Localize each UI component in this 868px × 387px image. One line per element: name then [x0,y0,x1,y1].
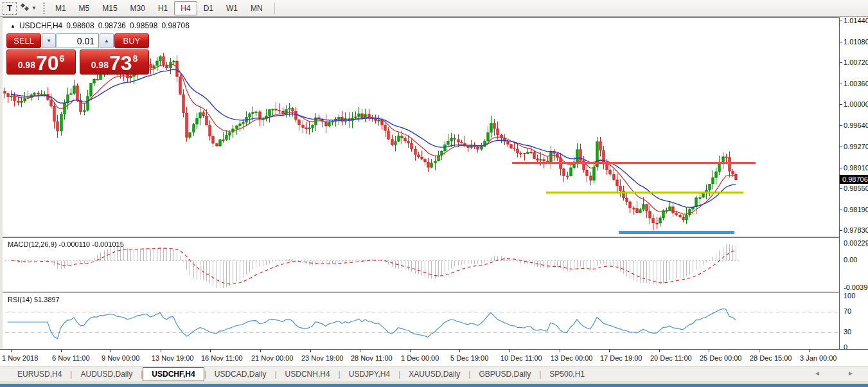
timeframe-button-h1[interactable]: H1 [152,1,174,15]
time-tick-mark [11,350,12,352]
ohlc-close: 0.98706 [161,21,189,30]
time-tick-label: 1 Nov 2018 [2,354,38,362]
volume-increase-button[interactable]: ▲ [100,33,114,48]
rsi-panel: RSI(14) 51.3897 [3,292,839,349]
price-tick-label: 0.98550 [844,184,868,192]
price-axis[interactable]: 1.014401.010801.007201.003601.000000.996… [840,17,868,349]
price-tick-label: 1.01080 [844,38,868,46]
time-tick-mark [509,350,510,352]
current-price-tag: 0.98706 [840,175,868,184]
toolbar-grip[interactable] [43,3,45,14]
time-tick-mark [560,350,560,352]
volume-input[interactable] [57,33,99,48]
chart-symbol-label: USDCHF,H4 [19,21,62,30]
chart-tab-eurusd[interactable]: EURUSD,H4 [9,368,70,381]
time-tick-mark [360,350,360,352]
cursor-tool-button[interactable]: ▼ [19,2,37,15]
buy-price-main: 73 [109,51,132,75]
macd-tick-label: -0.003904 [844,284,868,291]
time-tick-mark [210,350,211,352]
time-tick-label: 10 Dec 11:00 [500,354,542,362]
timeframe-button-m15[interactable]: M15 [96,1,123,15]
volume-decrease-button[interactable]: ▼ [42,33,56,48]
time-tick-mark [809,350,810,352]
collapse-panel-icon[interactable]: ▲ [10,23,15,29]
timeframe-button-m5[interactable]: M5 [73,1,96,15]
buy-price-pip: 8 [133,53,138,64]
time-tick-mark [459,350,460,352]
sell-price-button[interactable]: 0.98 70 6 [6,50,76,75]
time-tick-label: 28 Nov 11:00 [351,354,393,362]
timeframe-button-m30[interactable]: M30 [124,1,152,15]
sell-price-main: 70 [36,51,59,75]
tab-scroll-left-icon[interactable]: ◄ [814,370,820,377]
timeframe-button-mn[interactable]: MN [244,1,269,15]
chart-tab-audusd[interactable]: AUDUSD,Daily [72,368,141,381]
chevron-down-icon: ▼ [31,5,37,11]
price-tick-mark [840,125,842,126]
price-tick-label: 0.99640 [844,122,868,129]
price-tick-label: 1.01440 [844,17,868,24]
sell-price-pip: 6 [60,53,65,64]
time-tick-label: 3 Jan 00:00 [800,354,837,362]
chart-tab-sp500[interactable]: SP500,H1 [541,368,593,381]
time-tick-label: 28 Dec 15:00 [750,354,792,362]
chart-tab-usdcnh[interactable]: USDCNH,H4 [277,368,339,381]
buy-price-button[interactable]: 0.98 73 8 [80,50,149,75]
one-click-trade-panel: SELL ▼ ▲ BUY 0.98 70 6 0.98 73 8 [6,33,149,75]
time-tick-label: 23 Nov 19:00 [301,354,343,362]
text-tool-button[interactable]: T [3,2,17,15]
time-tick-mark [161,350,161,352]
crosshair-pointer-icon [19,3,30,14]
macd-canvas[interactable] [3,238,839,291]
timeframe-button-h4[interactable]: H4 [174,1,197,15]
time-tick-label: 20 Dec 11:00 [650,354,692,362]
timeframe-button-m1[interactable]: M1 [49,1,73,15]
price-tick-mark [840,188,842,189]
ohlc-low: 0.98598 [130,21,157,30]
time-tick-mark [609,350,610,352]
chart-tab-xauusd[interactable]: XAUUSD,Daily [400,368,468,381]
price-tick-mark [840,84,842,84]
price-tick-label: 0.99270 [844,143,868,150]
sell-button[interactable]: SELL [6,33,41,48]
price-tick-mark [840,147,842,147]
time-tick-mark [61,350,62,352]
time-tick-label: 9 Nov 00:00 [102,354,139,362]
price-tick-label: 0.98910 [844,164,868,172]
mt4-terminal-window: T ▼ M1M5M15M30H1H4D1W1MN ▲ USDCHF,H4 0.9… [0,0,868,387]
buy-button[interactable]: BUY [114,33,149,48]
time-tick-label: 25 Dec 00:00 [700,354,741,362]
macd-label: MACD(12,26,9) -0.000110 -0.001015 [8,240,124,248]
rsi-canvas[interactable] [3,293,839,350]
time-tick-label: 5 Dec 19:00 [450,354,488,362]
chart-tab-usdchf[interactable]: USDCHF,H4 [143,367,204,381]
time-tick-label: 13 Nov 19:00 [152,354,193,362]
time-tick-mark [659,350,660,352]
timeframe-buttons: M1M5M15M30H1H4D1W1MN [49,1,269,15]
toolbar-separator [274,3,275,14]
rsi-label: RSI(14) 51.3897 [8,296,60,303]
time-tick-mark [260,350,261,352]
time-tick-mark [111,350,111,352]
time-tick-mark [410,350,411,352]
time-tick-mark [709,350,709,352]
chart-tab-gbpusd[interactable]: GBPUSD,Daily [470,368,539,381]
tab-scroll-right-icon[interactable]: ► [847,370,854,377]
price-tick-mark [840,230,842,231]
price-chart-panel: ▲ USDCHF,H4 0.98608 0.98736 0.98598 0.98… [3,17,839,235]
price-tick-label: 1.00720 [844,59,868,66]
ohlc-open: 0.98608 [66,21,94,30]
timeframe-button-d1[interactable]: D1 [197,1,220,15]
chart-tab-usdjpy[interactable]: USDJPY,H4 [341,368,398,381]
time-tick-label: 6 Nov 11:00 [52,354,90,362]
time-axis[interactable]: 1 Nov 20186 Nov 11:009 Nov 00:0013 Nov 1… [0,349,868,366]
price-tick-label: 0.97830 [844,226,868,234]
sell-price-prefix: 0.98 [18,60,35,70]
ohlc-high: 0.98736 [98,21,126,30]
chart-tab-usdcad[interactable]: USDCAD,Daily [206,368,275,381]
price-tick-label: 1.00360 [844,80,868,87]
price-tick-label: 1.00000 [844,100,868,108]
timeframe-button-w1[interactable]: W1 [220,1,244,15]
price-tick-label: 0.98190 [844,206,868,213]
